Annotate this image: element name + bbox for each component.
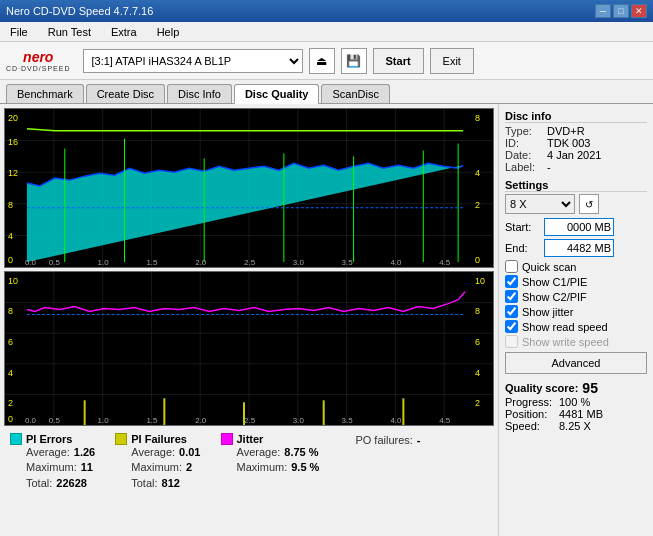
speed-row: 8 X ↺ (505, 194, 647, 214)
pi-errors-total-value: 22628 (56, 476, 87, 491)
jitter-stats: Average: 8.75 % Maximum: 9.5 % (237, 445, 320, 476)
jitter-max-label: Maximum: (237, 460, 288, 475)
jitter-title: Jitter (237, 433, 264, 445)
cb-show-c1pie: Show C1/PIE (505, 275, 647, 288)
close-button[interactable]: ✕ (631, 4, 647, 18)
pi-failures-avg-value: 0.01 (179, 445, 200, 460)
speed-select[interactable]: 8 X (505, 194, 575, 214)
save-button[interactable]: 💾 (341, 48, 367, 74)
svg-text:4: 4 (475, 168, 480, 178)
pi-failures-max-value: 2 (186, 460, 192, 475)
svg-text:8: 8 (8, 200, 13, 210)
svg-text:0.0: 0.0 (25, 258, 37, 267)
tab-benchmark[interactable]: Benchmark (6, 84, 84, 103)
start-input[interactable] (544, 218, 614, 236)
disc-id-value: TDK 003 (547, 137, 590, 149)
show-read-speed-checkbox[interactable] (505, 320, 518, 333)
disc-type-value: DVD+R (547, 125, 585, 137)
tab-disc-info[interactable]: Disc Info (167, 84, 232, 103)
svg-text:3.0: 3.0 (293, 416, 305, 425)
svg-text:0.5: 0.5 (49, 416, 61, 425)
svg-text:6: 6 (475, 337, 480, 347)
cb-show-c2pif: Show C2/PIF (505, 290, 647, 303)
po-failures-line: PO failures: - (355, 433, 420, 448)
speed-row-quality: Speed: 8.25 X (505, 420, 647, 432)
position-value: 4481 MB (559, 408, 603, 420)
show-jitter-checkbox[interactable] (505, 305, 518, 318)
drive-select[interactable]: [3:1] ATAPI iHAS324 A BL1P (83, 49, 303, 73)
po-failures-label: PO failures: (355, 433, 412, 448)
quick-scan-checkbox[interactable] (505, 260, 518, 273)
tab-scandisc[interactable]: ScanDisc (321, 84, 389, 103)
position-row: Position: 4481 MB (505, 408, 647, 420)
menu-file[interactable]: File (4, 24, 34, 40)
menu-runtest[interactable]: Run Test (42, 24, 97, 40)
pi-failures-color (115, 433, 127, 445)
refresh-button[interactable]: ↺ (579, 194, 599, 214)
show-c1pie-label: Show C1/PIE (522, 276, 587, 288)
minimize-button[interactable]: ─ (595, 4, 611, 18)
svg-text:2: 2 (475, 200, 480, 210)
nero-logo-sub: CD·DVD/SPEED (6, 65, 71, 72)
pi-errors-max-label: Maximum: (26, 460, 77, 475)
pi-failures-total-label: Total: (131, 476, 157, 491)
svg-text:12: 12 (8, 168, 18, 178)
pi-errors-avg-value: 1.26 (74, 445, 95, 460)
legend-pi-errors: PI Errors Average: 1.26 Maximum: 11 Tota… (10, 433, 95, 491)
svg-text:4.5: 4.5 (439, 258, 451, 267)
show-write-speed-label: Show write speed (522, 336, 609, 348)
svg-text:3.5: 3.5 (342, 416, 354, 425)
cb-show-jitter: Show jitter (505, 305, 647, 318)
show-c1pie-checkbox[interactable] (505, 275, 518, 288)
legend-jitter: Jitter Average: 8.75 % Maximum: 9.5 % (221, 433, 320, 476)
jitter-avg: Average: 8.75 % (237, 445, 320, 460)
exit-button[interactable]: Exit (430, 48, 474, 74)
maximize-button[interactable]: □ (613, 4, 629, 18)
po-failures-value: - (417, 433, 421, 448)
progress-row: Progress: 100 % (505, 396, 647, 408)
svg-text:1.5: 1.5 (146, 258, 158, 267)
show-c2pif-checkbox[interactable] (505, 290, 518, 303)
pi-failures-avg: Average: 0.01 (131, 445, 200, 460)
pi-errors-max: Maximum: 11 (26, 460, 95, 475)
menu-help[interactable]: Help (151, 24, 186, 40)
jitter-max-value: 9.5 % (291, 460, 319, 475)
nero-logo-text: nero (23, 49, 53, 65)
svg-text:16: 16 (8, 137, 18, 147)
cb-show-write-speed: Show write speed (505, 335, 647, 348)
jitter-max: Maximum: 9.5 % (237, 460, 320, 475)
pi-errors-title: PI Errors (26, 433, 72, 445)
speed-value: 8.25 X (559, 420, 591, 432)
end-input[interactable] (544, 239, 614, 257)
bottom-chart-panel: 10 8 6 4 2 0 10 8 6 4 2 (4, 271, 494, 426)
eject-button[interactable]: ⏏ (309, 48, 335, 74)
svg-text:2: 2 (475, 398, 480, 408)
start-button[interactable]: Start (373, 48, 424, 74)
titlebar: Nero CD-DVD Speed 4.7.7.16 ─ □ ✕ (0, 0, 653, 22)
svg-text:2.0: 2.0 (195, 416, 207, 425)
menu-extra[interactable]: Extra (105, 24, 143, 40)
disc-label-label: Label: (505, 161, 543, 173)
svg-text:6: 6 (8, 337, 13, 347)
po-failures-stats: PO failures: - (355, 433, 420, 448)
pi-errors-total: Total: 22628 (26, 476, 95, 491)
disc-label-value: - (547, 161, 551, 173)
show-jitter-label: Show jitter (522, 306, 573, 318)
chart-area: 20 16 12 8 4 0 8 4 2 0 (0, 104, 498, 536)
end-label: End: (505, 242, 540, 254)
legend-jitter-header: Jitter (221, 433, 320, 445)
cb-quick-scan: Quick scan (505, 260, 647, 273)
legend-pi-failures-header: PI Failures (115, 433, 200, 445)
tab-disc-quality[interactable]: Disc Quality (234, 84, 320, 104)
svg-text:4: 4 (475, 368, 480, 378)
tab-create-disc[interactable]: Create Disc (86, 84, 165, 103)
pi-failures-avg-label: Average: (131, 445, 175, 460)
pi-failures-total: Total: 812 (131, 476, 200, 491)
disc-info-title: Disc info (505, 110, 647, 123)
svg-text:4: 4 (8, 368, 13, 378)
quality-score-label: Quality score: (505, 382, 578, 394)
bottom-chart-svg: 10 8 6 4 2 0 10 8 6 4 2 (5, 272, 493, 425)
advanced-button[interactable]: Advanced (505, 352, 647, 374)
pi-errors-total-label: Total: (26, 476, 52, 491)
svg-text:10: 10 (475, 276, 485, 286)
